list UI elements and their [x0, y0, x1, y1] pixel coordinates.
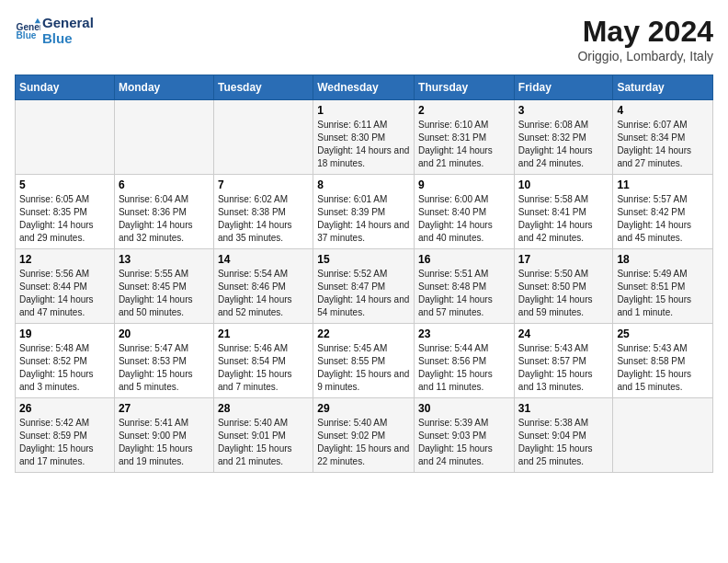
calendar-cell: 12Sunrise: 5:56 AM Sunset: 8:44 PM Dayli…	[16, 249, 115, 324]
weekday-header: Wednesday	[313, 75, 415, 100]
day-info: Sunrise: 5:41 AM Sunset: 9:00 PM Dayligh…	[119, 417, 210, 468]
calendar-cell: 28Sunrise: 5:40 AM Sunset: 9:01 PM Dayli…	[213, 398, 313, 473]
day-number: 28	[218, 402, 309, 415]
calendar-cell: 27Sunrise: 5:41 AM Sunset: 9:00 PM Dayli…	[114, 398, 213, 473]
day-info: Sunrise: 6:01 AM Sunset: 8:39 PM Dayligh…	[317, 193, 410, 245]
day-info: Sunrise: 5:44 AM Sunset: 8:56 PM Dayligh…	[418, 342, 510, 394]
svg-text:Blue: Blue	[17, 30, 37, 40]
calendar-cell	[613, 398, 713, 473]
calendar-cell: 22Sunrise: 5:45 AM Sunset: 8:55 PM Dayli…	[313, 324, 415, 398]
day-info: Sunrise: 5:48 AM Sunset: 8:52 PM Dayligh…	[19, 342, 110, 394]
logo-general: General	[42, 15, 94, 30]
calendar-cell: 23Sunrise: 5:44 AM Sunset: 8:56 PM Dayli…	[415, 324, 515, 398]
day-number: 26	[19, 402, 110, 415]
page-title: May 2024	[577, 15, 713, 49]
day-number: 7	[218, 178, 309, 191]
day-number: 9	[418, 178, 510, 191]
logo-icon: General Blue	[15, 17, 40, 43]
calendar-cell: 26Sunrise: 5:42 AM Sunset: 8:59 PM Dayli…	[16, 398, 115, 473]
weekday-header: Saturday	[613, 75, 713, 100]
day-info: Sunrise: 6:10 AM Sunset: 8:31 PM Dayligh…	[418, 119, 510, 170]
calendar-cell: 24Sunrise: 5:43 AM Sunset: 8:57 PM Dayli…	[514, 324, 613, 398]
weekday-header: Thursday	[415, 75, 515, 100]
calendar-cell: 17Sunrise: 5:50 AM Sunset: 8:50 PM Dayli…	[514, 249, 613, 324]
day-number: 16	[418, 253, 510, 266]
weekday-header: Sunday	[16, 75, 115, 100]
day-info: Sunrise: 6:00 AM Sunset: 8:40 PM Dayligh…	[418, 193, 510, 245]
calendar-cell: 19Sunrise: 5:48 AM Sunset: 8:52 PM Dayli…	[16, 324, 115, 398]
weekday-header: Tuesday	[213, 75, 313, 100]
day-info: Sunrise: 5:56 AM Sunset: 8:44 PM Dayligh…	[19, 268, 110, 319]
day-number: 3	[518, 104, 609, 117]
calendar-week-row: 1Sunrise: 6:11 AM Sunset: 8:30 PM Daylig…	[16, 100, 713, 175]
calendar-cell	[213, 100, 313, 175]
day-number: 25	[617, 327, 709, 340]
calendar-cell: 18Sunrise: 5:49 AM Sunset: 8:51 PM Dayli…	[613, 249, 713, 324]
calendar-week-row: 26Sunrise: 5:42 AM Sunset: 8:59 PM Dayli…	[16, 398, 713, 473]
day-info: Sunrise: 6:02 AM Sunset: 8:38 PM Dayligh…	[218, 193, 309, 245]
day-number: 4	[617, 104, 709, 117]
day-number: 14	[218, 253, 309, 266]
day-info: Sunrise: 5:49 AM Sunset: 8:51 PM Dayligh…	[617, 268, 709, 319]
day-info: Sunrise: 5:54 AM Sunset: 8:46 PM Dayligh…	[218, 268, 309, 319]
day-info: Sunrise: 5:40 AM Sunset: 9:02 PM Dayligh…	[317, 417, 410, 468]
day-number: 5	[19, 178, 110, 191]
day-number: 1	[317, 104, 410, 117]
day-number: 24	[518, 327, 609, 340]
day-number: 13	[119, 253, 210, 266]
day-info: Sunrise: 6:08 AM Sunset: 8:32 PM Dayligh…	[518, 119, 609, 170]
calendar-cell: 13Sunrise: 5:55 AM Sunset: 8:45 PM Dayli…	[114, 249, 213, 324]
day-info: Sunrise: 5:43 AM Sunset: 8:57 PM Dayligh…	[518, 342, 609, 394]
calendar-cell	[16, 100, 115, 175]
logo-blue: Blue	[42, 30, 94, 46]
day-number: 6	[119, 178, 210, 191]
day-info: Sunrise: 6:07 AM Sunset: 8:34 PM Dayligh…	[617, 119, 709, 170]
day-number: 17	[518, 253, 609, 266]
calendar-week-row: 5Sunrise: 6:05 AM Sunset: 8:35 PM Daylig…	[16, 175, 713, 249]
day-number: 30	[418, 402, 510, 415]
calendar-cell: 10Sunrise: 5:58 AM Sunset: 8:41 PM Dayli…	[514, 175, 613, 249]
calendar-cell: 9Sunrise: 6:00 AM Sunset: 8:40 PM Daylig…	[415, 175, 515, 249]
title-block: May 2024 Origgio, Lombardy, Italy	[577, 15, 713, 63]
day-info: Sunrise: 5:38 AM Sunset: 9:04 PM Dayligh…	[518, 417, 609, 468]
day-number: 8	[317, 178, 410, 191]
day-info: Sunrise: 5:51 AM Sunset: 8:48 PM Dayligh…	[418, 268, 510, 319]
day-info: Sunrise: 5:58 AM Sunset: 8:41 PM Dayligh…	[518, 193, 609, 245]
calendar-cell: 6Sunrise: 6:04 AM Sunset: 8:36 PM Daylig…	[114, 175, 213, 249]
day-number: 15	[317, 253, 410, 266]
calendar-cell: 11Sunrise: 5:57 AM Sunset: 8:42 PM Dayli…	[613, 175, 713, 249]
calendar-cell: 4Sunrise: 6:07 AM Sunset: 8:34 PM Daylig…	[613, 100, 713, 175]
day-number: 11	[617, 178, 709, 191]
calendar-cell: 20Sunrise: 5:47 AM Sunset: 8:53 PM Dayli…	[114, 324, 213, 398]
day-info: Sunrise: 5:40 AM Sunset: 9:01 PM Dayligh…	[218, 417, 309, 468]
day-info: Sunrise: 6:05 AM Sunset: 8:35 PM Dayligh…	[19, 193, 110, 245]
svg-marker-2	[35, 18, 40, 23]
day-number: 22	[317, 327, 410, 340]
day-info: Sunrise: 6:11 AM Sunset: 8:30 PM Dayligh…	[317, 119, 410, 170]
calendar-cell: 16Sunrise: 5:51 AM Sunset: 8:48 PM Dayli…	[415, 249, 515, 324]
page-header: General Blue General Blue May 2024 Origg…	[15, 15, 713, 63]
weekday-header: Friday	[514, 75, 613, 100]
day-info: Sunrise: 5:42 AM Sunset: 8:59 PM Dayligh…	[19, 417, 110, 468]
day-number: 31	[518, 402, 609, 415]
calendar-cell: 5Sunrise: 6:05 AM Sunset: 8:35 PM Daylig…	[16, 175, 115, 249]
day-number: 21	[218, 327, 309, 340]
day-number: 19	[19, 327, 110, 340]
calendar-week-row: 19Sunrise: 5:48 AM Sunset: 8:52 PM Dayli…	[16, 324, 713, 398]
day-info: Sunrise: 5:57 AM Sunset: 8:42 PM Dayligh…	[617, 193, 709, 245]
day-number: 2	[418, 104, 510, 117]
page-subtitle: Origgio, Lombardy, Italy	[577, 49, 713, 63]
calendar-cell: 30Sunrise: 5:39 AM Sunset: 9:03 PM Dayli…	[415, 398, 515, 473]
calendar-cell: 8Sunrise: 6:01 AM Sunset: 8:39 PM Daylig…	[313, 175, 415, 249]
day-info: Sunrise: 5:47 AM Sunset: 8:53 PM Dayligh…	[119, 342, 210, 394]
calendar-cell: 29Sunrise: 5:40 AM Sunset: 9:02 PM Dayli…	[313, 398, 415, 473]
calendar-cell: 7Sunrise: 6:02 AM Sunset: 8:38 PM Daylig…	[213, 175, 313, 249]
calendar-cell	[114, 100, 213, 175]
calendar-cell: 3Sunrise: 6:08 AM Sunset: 8:32 PM Daylig…	[514, 100, 613, 175]
calendar-cell: 2Sunrise: 6:10 AM Sunset: 8:31 PM Daylig…	[415, 100, 515, 175]
day-info: Sunrise: 6:04 AM Sunset: 8:36 PM Dayligh…	[119, 193, 210, 245]
day-number: 20	[119, 327, 210, 340]
day-info: Sunrise: 5:52 AM Sunset: 8:47 PM Dayligh…	[317, 268, 410, 319]
day-info: Sunrise: 5:39 AM Sunset: 9:03 PM Dayligh…	[418, 417, 510, 468]
weekday-header-row: SundayMondayTuesdayWednesdayThursdayFrid…	[16, 75, 713, 100]
